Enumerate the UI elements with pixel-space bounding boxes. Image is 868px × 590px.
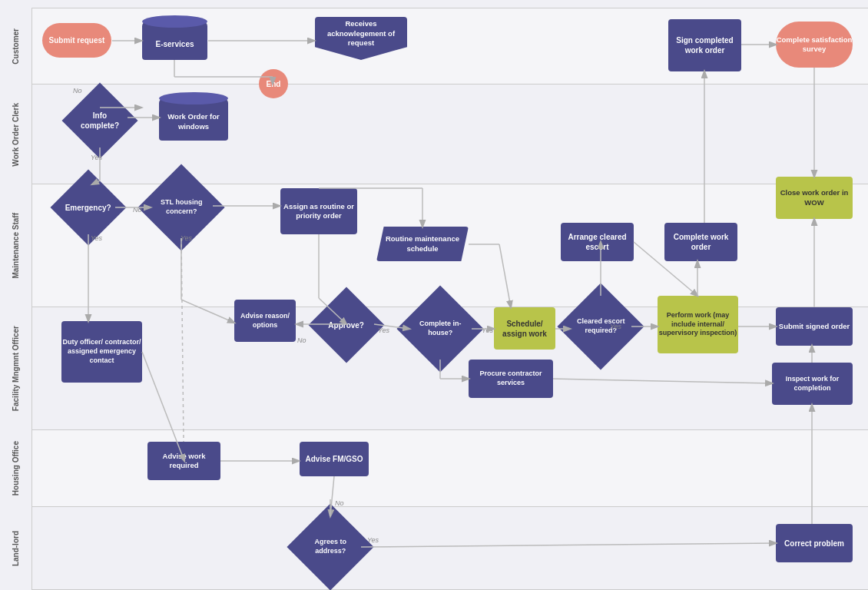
perform-work-node: Perform work (may include internal/ supe…	[658, 296, 738, 353]
diagram-container: Customer Work Order Clerk Maintenance St…	[0, 0, 868, 590]
eservices-node: E-services	[142, 22, 207, 60]
edge-label-no4: No	[335, 499, 344, 507]
duty-officer-node: Duty officer/ contractor/ assigned emerg…	[61, 321, 142, 383]
complete-wo-node: Complete work order	[664, 223, 737, 261]
procure-node: Procure contractor services	[469, 360, 553, 398]
advise-fm-node: Advise FM/GSO	[300, 442, 369, 476]
submit-signed-node: Submit signed order	[776, 307, 853, 346]
close-wo-node: Close work order in WOW	[776, 177, 853, 219]
edge-label-yes1: Yes	[91, 154, 102, 161]
schedule-work-node: Schedule/ assign work	[494, 307, 555, 350]
edge-label-yes7: Yes	[367, 536, 379, 544]
edge-label-yes5: Yes	[482, 326, 493, 334]
edge-label-no3: No	[297, 336, 306, 344]
edge-label-yes4: Yes	[378, 326, 389, 334]
advise-reason-node: Advise reason/ options	[234, 300, 296, 342]
assign-routine-node: Assign as routine or priority order	[280, 188, 357, 234]
edge-label-yes3: Yes	[181, 234, 192, 242]
routine-maint-node: Routine maintenance schedule	[376, 227, 469, 261]
lane-label-housing: Housing Office	[0, 430, 32, 507]
arrange-escort-node: Arrange cleared escort	[561, 223, 634, 261]
correct-problem-node: Correct problem	[776, 524, 853, 562]
lane-label-customer: Customer	[0, 8, 32, 85]
inspect-node: Inspect work for completion	[772, 363, 853, 405]
submit-request-node: Submit request	[42, 23, 111, 58]
edge-label-no2: No	[133, 206, 142, 214]
edge-label-yes6: Yes	[610, 323, 621, 330]
sign-wo-node: Sign completed work order	[668, 19, 741, 71]
lane-label-landlord: Land-lord	[0, 507, 32, 590]
wo-windows-node: Work Order for windows	[159, 98, 228, 141]
edge-label-yes2: Yes	[91, 234, 102, 242]
complete-survey-node: Complete satisfaction survey	[776, 22, 853, 68]
end-node: End	[259, 69, 288, 98]
edge-label-no1: No	[73, 87, 82, 94]
lane-label-woclerk: Work Order Clerk	[0, 85, 32, 184]
lane-label-facility: Facility Mngmnt Officer	[0, 307, 32, 430]
advise-work-node: Advise work required	[147, 442, 220, 480]
lane-label-maintenance: Maintenance Staff	[0, 184, 32, 307]
